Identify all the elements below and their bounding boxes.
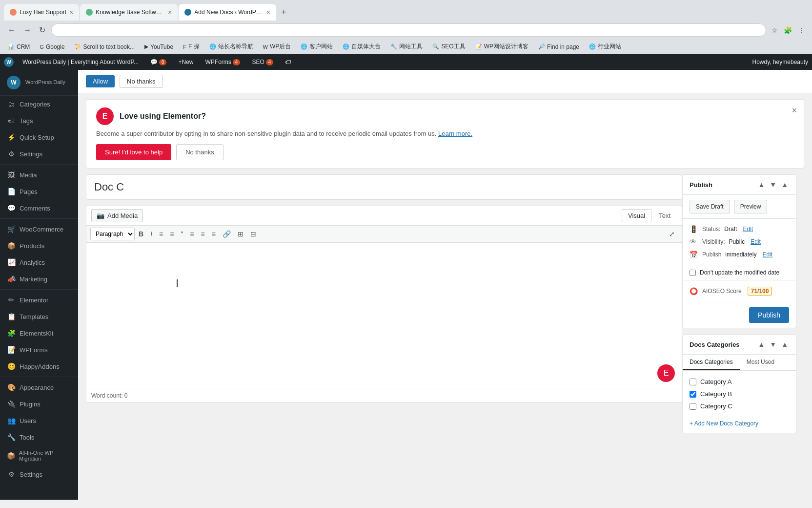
bookmark-youtube[interactable]: ▶YouTube xyxy=(142,42,175,51)
bold-button[interactable]: B xyxy=(136,228,146,240)
back-button[interactable]: ← xyxy=(6,24,18,37)
category-c-checkbox[interactable] xyxy=(690,403,696,410)
status-edit-link[interactable]: Edit xyxy=(743,226,753,233)
elementor-no-button[interactable]: No thanks xyxy=(176,144,223,160)
elementor-learn-more-link[interactable]: Learn more. xyxy=(438,130,472,137)
tag-item[interactable]: 🏷 xyxy=(282,54,294,70)
bookmark-crm[interactable]: 📊CRM xyxy=(6,42,32,51)
sidebar-item-settings[interactable]: ⚙ Settings xyxy=(0,466,78,483)
grid-button[interactable]: ⊟ xyxy=(247,228,259,240)
sidebar-item-media[interactable]: 🖼 Media xyxy=(0,167,78,183)
sidebar-item-happyaddons[interactable]: 😊 HappyAddons xyxy=(0,358,78,375)
seo-item[interactable]: SEO 4 xyxy=(249,54,276,70)
visual-tab[interactable]: Visual xyxy=(622,209,651,222)
bookmark-btn[interactable]: ☆ xyxy=(770,25,779,36)
elementor-notice-close[interactable]: × xyxy=(792,106,797,116)
sidebar-item-templates[interactable]: 📋 Templates xyxy=(0,308,78,325)
browser-tab-3[interactable]: Add New Docs ‹ WordPress D... × xyxy=(179,4,276,21)
bookmark-wpblog[interactable]: 📝WP网站设计博客 xyxy=(473,42,530,52)
docs-categories-close[interactable]: ▲ xyxy=(780,339,789,349)
sidebar-item-settings-docs[interactable]: ⚙ Settings xyxy=(0,146,78,162)
unordered-list-button[interactable]: ≡ xyxy=(156,228,166,240)
tab-close-1[interactable]: × xyxy=(69,8,73,16)
new-item[interactable]: + New xyxy=(175,54,196,70)
visibility-edit-link[interactable]: Edit xyxy=(751,238,761,245)
forward-button[interactable]: → xyxy=(21,24,33,37)
sidebar-item-elementor[interactable]: ✏ Elementor xyxy=(0,292,78,308)
align-left-button[interactable]: ≡ xyxy=(187,228,197,240)
post-title-input[interactable]: Doc C xyxy=(86,174,682,200)
docs-categories-up[interactable]: ▲ xyxy=(757,339,766,349)
expand-toolbar-button[interactable]: ⤢ xyxy=(666,228,678,240)
tab-close-2[interactable]: × xyxy=(168,8,172,16)
publish-time-edit-link[interactable]: Edit xyxy=(762,251,772,258)
extensions-btn[interactable]: 🧩 xyxy=(782,25,793,36)
bookmark-seo[interactable]: 🔍SEO工具 xyxy=(430,42,467,52)
publish-close[interactable]: ▲ xyxy=(780,180,789,190)
category-b-checkbox[interactable] xyxy=(690,391,696,398)
add-category-link[interactable]: + Add New Docs Category xyxy=(683,417,796,433)
address-bar[interactable]: wordpressdaily.com/wp-admin/post-new.php… xyxy=(51,23,766,37)
italic-button[interactable]: I xyxy=(147,228,155,240)
link-button[interactable]: 🔗 xyxy=(220,228,234,240)
sidebar-item-woocommerce[interactable]: 🛒 WooCommerce xyxy=(0,221,78,237)
bookmark-industry[interactable]: 🌐行业网站 xyxy=(587,42,623,52)
sidebar-item-elementskit[interactable]: 🧩 ElementsKit xyxy=(0,325,78,341)
new-tab-button[interactable]: + xyxy=(277,5,290,20)
add-media-button[interactable]: 📷 Add Media xyxy=(91,209,143,222)
elementor-yes-button[interactable]: Sure! I'd love to help xyxy=(96,144,171,160)
sidebar-item-marketing[interactable]: 📣 Marketing xyxy=(0,271,78,287)
publish-collapse-down[interactable]: ▼ xyxy=(769,180,777,190)
bookmark-client[interactable]: 🌐客户网站 xyxy=(299,42,335,52)
elementor-edit-button[interactable]: E xyxy=(657,364,675,382)
sidebar-item-analytics[interactable]: 📈 Analytics xyxy=(0,254,78,271)
publish-collapse-up[interactable]: ▲ xyxy=(757,180,766,190)
allow-button[interactable]: Allow xyxy=(86,75,115,87)
bookmark-tools[interactable]: 🔧网站工具 xyxy=(388,42,425,52)
menu-btn[interactable]: ⋮ xyxy=(796,25,806,36)
paragraph-select[interactable]: Paragraph xyxy=(90,228,135,240)
sidebar-item-comments[interactable]: 💬 Comments xyxy=(0,200,78,216)
category-tab-all[interactable]: Docs Categories xyxy=(683,355,740,370)
publish-button[interactable]: Publish xyxy=(749,307,789,323)
sidebar-item-plugins[interactable]: 🔌 Plugins xyxy=(0,396,78,412)
align-center-button[interactable]: ≡ xyxy=(198,228,208,240)
category-a-checkbox[interactable] xyxy=(690,379,696,385)
bookmark-domain[interactable]: 🌐站长名称导航 xyxy=(207,42,255,52)
bookmark-findinpage[interactable]: 🔎Find in page xyxy=(536,42,581,51)
sidebar-item-tags[interactable]: 🏷 Tags xyxy=(0,112,78,129)
sidebar-item-wpforms[interactable]: 📝 WPForms xyxy=(0,341,78,358)
reload-button[interactable]: ↻ xyxy=(37,23,47,37)
docs-categories-down[interactable]: ▼ xyxy=(769,339,777,349)
sidebar-item-categories[interactable]: 🗂 Categories xyxy=(0,96,78,112)
wpforms-item[interactable]: WPForms 4 xyxy=(202,54,243,70)
align-right-button[interactable]: ≡ xyxy=(209,228,219,240)
save-draft-button[interactable]: Save Draft xyxy=(690,200,730,213)
bookmark-wp[interactable]: WWP后台 xyxy=(261,42,293,52)
tab-close-3[interactable]: × xyxy=(266,8,270,16)
comments-item[interactable]: 💬 0 xyxy=(147,54,170,70)
site-name-item[interactable]: WordPress Daily | Everything About WordP… xyxy=(20,54,142,70)
browser-tab-2[interactable]: Knowledge Base Software – H... × xyxy=(80,4,178,21)
category-tab-most-used[interactable]: Most Used xyxy=(740,355,781,370)
sidebar-item-quicksetup[interactable]: ⚡ Quick Setup xyxy=(0,129,78,146)
sidebar-item-appearance[interactable]: 🎨 Appearance xyxy=(0,379,78,396)
bookmark-f[interactable]: FF 探 xyxy=(181,42,201,52)
table-button[interactable]: ⊞ xyxy=(235,228,246,240)
no-thanks-top-button[interactable]: No thanks xyxy=(120,75,163,88)
sidebar-item-tools[interactable]: 🔧 Tools xyxy=(0,429,78,445)
blockquote-button[interactable]: " xyxy=(178,228,186,240)
editor-body[interactable]: E xyxy=(86,242,682,389)
sidebar-item-users[interactable]: 👥 Users xyxy=(0,412,78,429)
no-update-checkbox[interactable] xyxy=(690,270,696,276)
text-tab[interactable]: Text xyxy=(652,209,677,222)
bookmark-scroll[interactable]: 📜Scroll to text book... xyxy=(73,42,137,51)
sidebar-item-migration[interactable]: 📦 All-In-One WP Migration xyxy=(0,445,78,466)
sidebar-item-products[interactable]: 📦 Products xyxy=(0,237,78,254)
preview-button[interactable]: Preview xyxy=(734,200,768,213)
bookmark-media[interactable]: 🌐自媒体大台 xyxy=(341,42,383,52)
bookmark-google[interactable]: GGoogle xyxy=(38,42,66,51)
wp-logo[interactable]: W xyxy=(4,57,14,67)
ordered-list-button[interactable]: ≡ xyxy=(167,228,177,240)
browser-tab-1[interactable]: Luxy Hair Support × xyxy=(4,4,79,21)
